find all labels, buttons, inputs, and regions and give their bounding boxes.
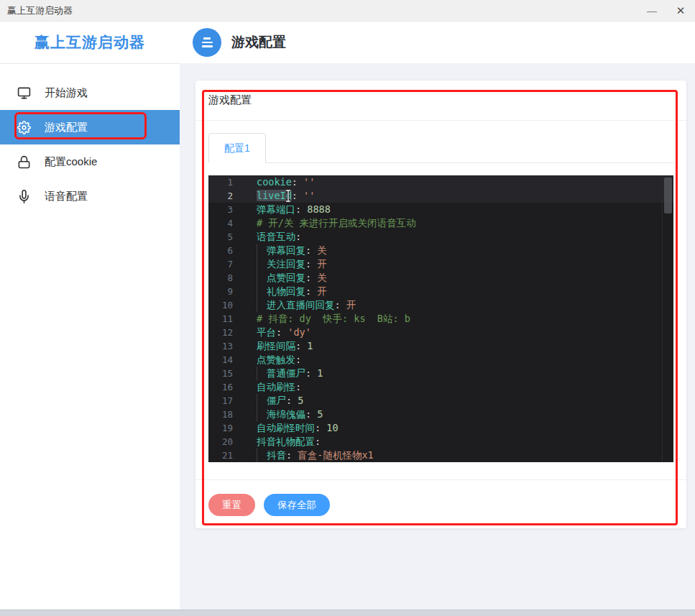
line-code: 自动刷怪时间: 10 <box>243 421 339 435</box>
code-line-19[interactable]: 19自动刷怪时间: 10 <box>208 421 673 435</box>
line-number: 17 <box>208 394 243 408</box>
line-number: 6 <box>208 244 243 257</box>
code-line-2[interactable]: 2liveId: '' <box>208 189 673 203</box>
window-title: 赢上互游启动器 <box>0 4 638 17</box>
sidebar-item-label: 开始游戏 <box>45 86 88 100</box>
code-line-9[interactable]: 9礼物回复: 开 <box>208 285 673 298</box>
card-title: 游戏配置 <box>195 81 686 121</box>
app-window: 赢上互游启动器 — ✕ 赢上互游启动器 游戏配置 开始游戏游戏配置配置cooki… <box>0 0 695 616</box>
line-code: 海绵傀儡: 5 <box>243 408 323 421</box>
line-code: 进入直播间回复: 开 <box>243 298 356 312</box>
code-line-16[interactable]: 16自动刷怪: <box>208 380 673 394</box>
code-line-12[interactable]: 12平台: 'dy' <box>208 326 673 339</box>
code-line-20[interactable]: 20抖音礼物配置: <box>208 435 673 449</box>
sidebar-item-1[interactable]: 开始游戏 <box>0 75 180 110</box>
code-line-17[interactable]: 17僵尸: 5 <box>208 394 673 408</box>
scrollbar-track <box>662 175 663 462</box>
card-footer: 重置 保存全部 <box>195 479 686 528</box>
code-line-18[interactable]: 18海绵傀儡: 5 <box>208 408 673 421</box>
sidebar: 开始游戏游戏配置配置cookie语音配置 <box>0 63 180 610</box>
code-line-21[interactable]: 21抖音: 盲盒-随机怪物x1 <box>208 449 673 462</box>
line-number: 5 <box>208 230 243 244</box>
line-code: liveId: '' <box>243 189 315 203</box>
app-logo: 赢上互游启动器 <box>0 22 180 63</box>
line-code: 僵尸: 5 <box>243 394 303 408</box>
line-code: 语音互动: <box>243 230 301 244</box>
monitor-icon <box>17 86 31 100</box>
line-number: 12 <box>208 326 243 339</box>
code-line-13[interactable]: 13刷怪间隔: 1 <box>208 339 673 353</box>
gear-icon <box>17 121 31 134</box>
code-line-6[interactable]: 6弹幕回复: 关 <box>208 244 673 257</box>
config-tabs: 配置1 <box>208 132 673 163</box>
hamburger-menu-icon <box>193 28 221 57</box>
app-body: 开始游戏游戏配置配置cookie语音配置 游戏配置 配置1 1cookie: '… <box>0 63 695 610</box>
title-bar: 赢上互游启动器 — ✕ <box>0 0 695 22</box>
line-code: 弹幕回复: 关 <box>243 244 327 257</box>
save-all-button[interactable]: 保存全部 <box>264 494 330 516</box>
card-body: 配置1 1cookie: ''2liveId: ''3弹幕端口: 88884# … <box>195 121 686 479</box>
sidebar-item-label: 语音配置 <box>45 190 88 203</box>
code-line-11[interactable]: 11# 抖音: dy 快手: ks B站: b <box>208 312 673 326</box>
scrollbar-thumb[interactable] <box>664 178 672 213</box>
sidebar-item-2[interactable]: 游戏配置 <box>0 110 180 144</box>
app-header: 赢上互游启动器 游戏配置 <box>0 22 695 63</box>
sidebar-item-3[interactable]: 配置cookie <box>0 144 180 179</box>
line-number: 1 <box>208 175 243 189</box>
line-code: 抖音: 盲盒-随机怪物x1 <box>243 449 374 462</box>
sidebar-item-4[interactable]: 语音配置 <box>0 179 180 213</box>
sidebar-item-label: 配置cookie <box>45 155 97 169</box>
line-code: 礼物回复: 开 <box>243 285 327 298</box>
line-code: 自动刷怪: <box>243 380 301 394</box>
sidebar-item-label: 游戏配置 <box>45 121 88 134</box>
line-code: 平台: 'dy' <box>243 326 311 339</box>
lock-icon <box>17 155 31 169</box>
page-header: 游戏配置 <box>180 22 695 63</box>
main-content: 游戏配置 配置1 1cookie: ''2liveId: ''3弹幕端口: 88… <box>180 63 695 610</box>
line-number: 13 <box>208 339 243 353</box>
game-config-card: 游戏配置 配置1 1cookie: ''2liveId: ''3弹幕端口: 88… <box>195 81 686 528</box>
line-code: 点赞触发: <box>243 353 301 367</box>
line-code: 弹幕端口: 8888 <box>243 203 331 216</box>
code-line-10[interactable]: 10进入直播间回复: 开 <box>208 298 673 312</box>
code-line-14[interactable]: 14点赞触发: <box>208 353 673 367</box>
code-line-8[interactable]: 8点赞回复: 关 <box>208 271 673 285</box>
line-number: 7 <box>208 257 243 271</box>
microphone-icon <box>17 190 31 203</box>
line-number: 15 <box>208 367 243 380</box>
line-code: # 开/关 来进行开启或关闭语音互动 <box>243 216 416 230</box>
line-number: 3 <box>208 203 243 216</box>
line-number: 16 <box>208 380 243 394</box>
code-line-3[interactable]: 3弹幕端口: 8888 <box>208 203 673 216</box>
code-line-7[interactable]: 7关注回复: 开 <box>208 257 673 271</box>
window-bottom-edge <box>0 610 695 616</box>
tab-config-1[interactable]: 配置1 <box>208 133 266 163</box>
line-number: 4 <box>208 216 243 230</box>
minimize-button[interactable]: — <box>638 0 666 22</box>
close-button[interactable]: ✕ <box>666 0 695 22</box>
page-title: 游戏配置 <box>231 33 286 52</box>
code-line-15[interactable]: 15普通僵尸: 1 <box>208 367 673 380</box>
line-number: 11 <box>208 312 243 326</box>
line-number: 14 <box>208 353 243 367</box>
line-number: 2 <box>208 189 243 203</box>
line-number: 18 <box>208 408 243 421</box>
code-editor-lines: 1cookie: ''2liveId: ''3弹幕端口: 88884# 开/关 … <box>208 175 673 462</box>
line-number: 19 <box>208 421 243 435</box>
code-editor[interactable]: 1cookie: ''2liveId: ''3弹幕端口: 88884# 开/关 … <box>208 175 673 462</box>
line-code: 抖音礼物配置: <box>243 435 321 449</box>
line-number: 8 <box>208 271 243 285</box>
line-code: cookie: '' <box>243 175 315 189</box>
line-code: # 抖音: dy 快手: ks B站: b <box>243 312 410 326</box>
code-line-4[interactable]: 4# 开/关 来进行开启或关闭语音互动 <box>208 216 673 230</box>
line-code: 点赞回复: 关 <box>243 271 327 285</box>
line-number: 10 <box>208 298 243 312</box>
line-number: 9 <box>208 285 243 298</box>
line-code: 关注回复: 开 <box>243 257 327 271</box>
line-code: 刷怪间隔: 1 <box>243 339 313 353</box>
line-code: 普通僵尸: 1 <box>243 367 323 380</box>
code-line-5[interactable]: 5语音互动: <box>208 230 673 244</box>
line-number: 21 <box>208 449 243 462</box>
reset-button[interactable]: 重置 <box>208 494 255 516</box>
code-line-1[interactable]: 1cookie: '' <box>208 175 673 189</box>
